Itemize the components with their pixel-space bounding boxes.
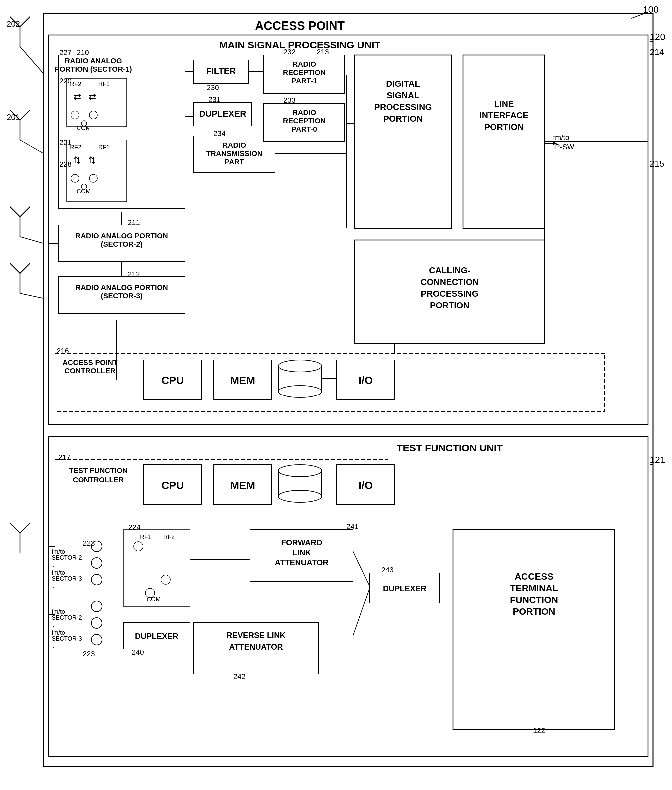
svg-text:IP-SW: IP-SW bbox=[553, 142, 574, 151]
svg-text:fm/to: fm/to bbox=[553, 133, 570, 142]
svg-text:DUPLEXER: DUPLEXER bbox=[383, 584, 427, 593]
svg-line-180 bbox=[10, 263, 20, 273]
svg-text:RF1: RF1 bbox=[98, 81, 110, 87]
svg-point-97 bbox=[278, 385, 322, 398]
svg-text:221: 221 bbox=[59, 138, 72, 147]
svg-point-113 bbox=[278, 491, 322, 502]
svg-text:ATTENUATOR: ATTENUATOR bbox=[275, 558, 328, 567]
svg-text:RADIO ANALOG PORTION: RADIO ANALOG PORTION bbox=[75, 232, 168, 240]
svg-text:MEM: MEM bbox=[230, 374, 255, 386]
svg-text:223: 223 bbox=[83, 539, 95, 547]
svg-text:COM: COM bbox=[77, 188, 91, 195]
svg-text:CALLING-: CALLING- bbox=[429, 265, 470, 275]
svg-text:CONTROLLER: CONTROLLER bbox=[65, 366, 115, 375]
svg-text:PART-1: PART-1 bbox=[291, 77, 317, 85]
svg-point-118 bbox=[91, 574, 102, 585]
svg-text:DIGITAL: DIGITAL bbox=[386, 78, 420, 89]
svg-text:fm/to: fm/to bbox=[52, 569, 65, 576]
svg-text:241: 241 bbox=[347, 523, 359, 531]
svg-text:212: 212 bbox=[128, 270, 140, 278]
svg-text:RF2: RF2 bbox=[70, 144, 81, 150]
svg-text:⇄: ⇄ bbox=[73, 92, 81, 102]
svg-text:⇅: ⇅ bbox=[73, 155, 81, 165]
svg-point-138 bbox=[134, 542, 143, 551]
svg-text:MEM: MEM bbox=[230, 480, 255, 491]
svg-point-22 bbox=[89, 111, 97, 119]
svg-text:RF1: RF1 bbox=[98, 144, 110, 150]
svg-text:233: 233 bbox=[283, 96, 296, 104]
svg-text:←: ← bbox=[52, 644, 58, 650]
svg-text:SECTOR-2: SECTOR-2 bbox=[52, 555, 82, 561]
svg-text:←: ← bbox=[52, 584, 58, 590]
svg-text:234: 234 bbox=[213, 129, 226, 138]
svg-rect-72 bbox=[463, 55, 545, 228]
svg-text:227: 227 bbox=[59, 48, 72, 57]
svg-text:COM: COM bbox=[77, 125, 91, 131]
svg-line-177 bbox=[20, 206, 30, 217]
svg-text:CONTROLLER: CONTROLLER bbox=[73, 476, 124, 484]
svg-text:CONNECTION: CONNECTION bbox=[421, 277, 479, 287]
svg-text:211: 211 bbox=[128, 218, 140, 227]
svg-line-181 bbox=[20, 263, 30, 273]
svg-text:215: 215 bbox=[650, 158, 664, 169]
svg-line-182 bbox=[20, 293, 43, 298]
svg-text:⇅: ⇅ bbox=[88, 155, 96, 165]
svg-text:CPU: CPU bbox=[161, 374, 184, 386]
svg-rect-11 bbox=[58, 55, 185, 208]
svg-text:REVERSE LINK: REVERSE LINK bbox=[226, 631, 286, 640]
svg-text:SECTOR-3: SECTOR-3 bbox=[52, 576, 82, 582]
svg-text:TRANSMISSION: TRANSMISSION bbox=[206, 149, 262, 158]
svg-line-172 bbox=[20, 110, 30, 120]
svg-text:FUNCTION: FUNCTION bbox=[510, 595, 558, 605]
svg-rect-8 bbox=[48, 35, 648, 425]
svg-text:←: ← bbox=[52, 623, 58, 629]
svg-text:MAIN SIGNAL PROCESSING UNIT: MAIN SIGNAL PROCESSING UNIT bbox=[219, 39, 381, 50]
svg-text:fm/to: fm/to bbox=[52, 608, 65, 615]
svg-text:214: 214 bbox=[650, 47, 664, 57]
svg-text:PART: PART bbox=[224, 158, 244, 166]
svg-point-128 bbox=[91, 634, 102, 645]
svg-point-126 bbox=[91, 601, 102, 612]
svg-text:LINK: LINK bbox=[292, 548, 311, 557]
svg-point-94 bbox=[278, 360, 322, 372]
svg-text:PROCESSING: PROCESSING bbox=[374, 102, 432, 112]
svg-text:CPU: CPU bbox=[161, 480, 184, 491]
svg-text:224: 224 bbox=[128, 523, 141, 531]
svg-text:PORTION: PORTION bbox=[513, 606, 555, 617]
svg-text:RADIO: RADIO bbox=[222, 141, 246, 149]
svg-text:PROCESSING: PROCESSING bbox=[421, 289, 478, 299]
svg-text:100: 100 bbox=[643, 4, 659, 14]
svg-text:I/O: I/O bbox=[359, 374, 373, 386]
svg-line-3 bbox=[631, 14, 643, 18]
svg-point-140 bbox=[161, 575, 170, 584]
svg-text:202: 202 bbox=[6, 19, 20, 28]
svg-text:RADIO ANALOG: RADIO ANALOG bbox=[65, 57, 122, 65]
svg-text:120: 120 bbox=[650, 32, 666, 42]
svg-text:RF2: RF2 bbox=[163, 534, 174, 541]
svg-text:RECEPTION: RECEPTION bbox=[283, 68, 325, 77]
svg-rect-86 bbox=[55, 353, 605, 411]
svg-point-117 bbox=[91, 558, 102, 568]
svg-line-174 bbox=[20, 140, 43, 153]
svg-text:LINE: LINE bbox=[494, 99, 514, 109]
svg-text:FORWARD: FORWARD bbox=[281, 538, 322, 547]
svg-line-176 bbox=[10, 206, 20, 217]
svg-line-185 bbox=[20, 523, 30, 533]
svg-text:TERMINAL: TERMINAL bbox=[510, 583, 558, 593]
svg-line-169 bbox=[20, 46, 43, 73]
svg-rect-136 bbox=[123, 530, 190, 606]
svg-text:PORTION (SECTOR-1): PORTION (SECTOR-1) bbox=[54, 65, 132, 73]
svg-line-167 bbox=[20, 17, 30, 27]
svg-text:228: 228 bbox=[59, 160, 72, 168]
svg-text:TEST FUNCTION: TEST FUNCTION bbox=[69, 467, 128, 475]
svg-text:RF1: RF1 bbox=[140, 534, 151, 541]
svg-text:ACCESS POINT: ACCESS POINT bbox=[255, 19, 345, 33]
svg-text:DUPLEXER: DUPLEXER bbox=[199, 109, 246, 118]
svg-text:INTERFACE: INTERFACE bbox=[480, 110, 528, 120]
svg-text:231: 231 bbox=[208, 95, 221, 104]
svg-point-32 bbox=[89, 174, 97, 182]
svg-text:TEST FUNCTION UNIT: TEST FUNCTION UNIT bbox=[397, 443, 503, 454]
svg-text:232: 232 bbox=[283, 48, 296, 56]
svg-text:RECEPTION: RECEPTION bbox=[283, 117, 325, 125]
svg-text:240: 240 bbox=[131, 648, 144, 656]
